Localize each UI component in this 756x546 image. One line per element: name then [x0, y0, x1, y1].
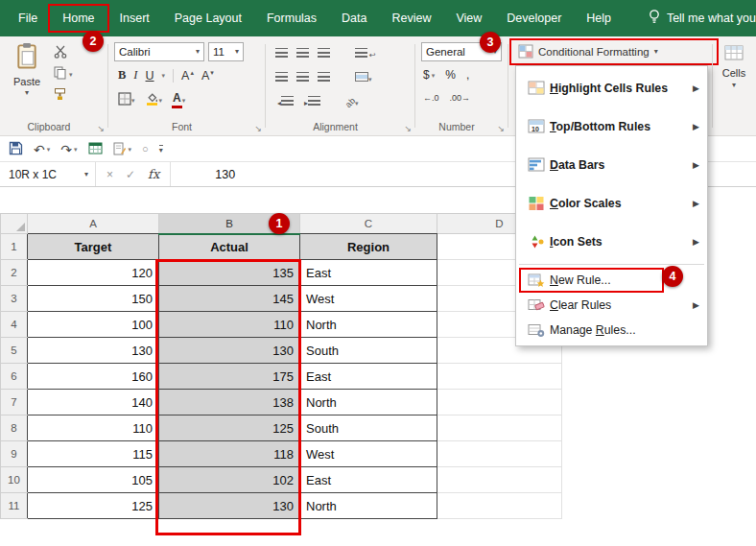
cell-A3[interactable]: 150 [28, 286, 159, 312]
cell-A10[interactable]: 105 [28, 467, 159, 493]
cell-B4[interactable]: 110 [159, 312, 300, 338]
tab-data[interactable]: Data [329, 0, 379, 36]
row-header-7[interactable]: 7 [1, 390, 28, 415]
sheet-edit-caret-icon[interactable]: ▾ [129, 146, 132, 153]
cell-B9[interactable]: 118 [159, 441, 300, 467]
orientation-button[interactable]: ab▾ [345, 92, 359, 109]
row-header-10[interactable]: 10 [1, 467, 28, 493]
font-size-select[interactable]: 11 ▾ [208, 42, 244, 61]
cell-B8[interactable]: 125 [159, 415, 300, 441]
font-color-caret-icon[interactable]: ▾ [182, 97, 186, 104]
cell-C11[interactable]: North [300, 493, 437, 519]
cell-C1[interactable]: Region [300, 234, 437, 260]
tab-developer[interactable]: Developer [494, 0, 574, 36]
menu-item-color-scales[interactable]: Color Scales▶ [516, 184, 707, 223]
align-right-button[interactable] [318, 68, 330, 85]
number-dialog-launcher-icon[interactable]: ↘ [497, 124, 505, 133]
cell-A5[interactable]: 130 [28, 338, 159, 364]
paste-button[interactable]: Paste ▾ [8, 42, 46, 97]
cell-B3[interactable]: 145 [159, 286, 300, 312]
align-left-button[interactable] [275, 68, 288, 85]
tab-file[interactable]: File [6, 0, 50, 36]
select-all-corner[interactable] [1, 214, 28, 234]
menu-item-clear-rules[interactable]: Clear Rules▶ [516, 293, 707, 318]
increase-font-size-button[interactable]: A▴ [181, 69, 194, 83]
fill-color-button[interactable]: ▾ [145, 91, 163, 109]
row-header-5[interactable]: 5 [1, 338, 28, 364]
cell-B2[interactable]: 135 [159, 260, 300, 286]
cell-D9[interactable] [437, 441, 562, 467]
cell-A2[interactable]: 120 [28, 260, 159, 286]
cell-C2[interactable]: East [300, 260, 437, 286]
comma-style-button[interactable]: , [466, 68, 469, 82]
cell-D10[interactable] [437, 467, 562, 493]
accounting-format-button[interactable]: $▾ [423, 68, 435, 82]
font-dialog-launcher-icon[interactable]: ↘ [254, 124, 262, 133]
copy-button[interactable]: ▾ [54, 67, 73, 82]
record-macro-button[interactable]: ○ [142, 144, 149, 154]
clipboard-dialog-launcher-icon[interactable]: ↘ [97, 124, 105, 133]
cell-D8[interactable] [437, 415, 562, 441]
menu-item-highlight-cells-rules[interactable]: Highlight Cells Rules▶ [516, 69, 707, 107]
undo-caret-icon[interactable]: ▾ [47, 146, 51, 153]
paste-dropdown-caret-icon[interactable]: ▾ [25, 89, 29, 97]
cell-D11[interactable] [437, 493, 562, 519]
tell-me-box[interactable]: Tell me what you [648, 9, 756, 28]
bold-button[interactable]: B [118, 68, 126, 83]
cell-A7[interactable]: 140 [28, 390, 159, 415]
underline-caret-icon[interactable]: ▾ [162, 72, 166, 79]
row-header-3[interactable]: 3 [1, 286, 28, 312]
cell-A9[interactable]: 115 [28, 441, 159, 467]
decrease-font-size-button[interactable]: A▾ [201, 69, 214, 83]
merge-center-button[interactable]: ▾ [355, 68, 372, 85]
cut-button[interactable] [54, 46, 73, 60]
sheet-edit-button[interactable]: ▾ [113, 142, 132, 157]
tab-insert[interactable]: Insert [107, 0, 162, 36]
cell-B1[interactable]: Actual [159, 234, 300, 260]
cell-A6[interactable]: 160 [28, 364, 159, 390]
tab-help[interactable]: Help [574, 0, 624, 36]
cell-B5[interactable]: 130 [159, 338, 300, 364]
font-color-button[interactable]: A▾ [172, 92, 185, 107]
menu-item-data-bars[interactable]: Data Bars▶ [516, 146, 707, 184]
increase-decimal-icon[interactable]: ←.0 [423, 93, 439, 103]
name-box[interactable]: 10R x 1C ▾ [0, 162, 96, 186]
cell-C3[interactable]: West [300, 286, 437, 312]
decrease-decimal-icon[interactable]: .00→ [450, 93, 471, 103]
cell-C7[interactable]: North [300, 390, 437, 415]
name-box-caret-icon[interactable]: ▾ [84, 171, 88, 178]
italic-button[interactable]: I [133, 68, 137, 83]
table-button[interactable] [88, 142, 103, 156]
row-header-1[interactable]: 1 [1, 234, 28, 260]
cell-B10[interactable]: 102 [159, 467, 300, 493]
menu-item-icon-sets[interactable]: Icon Sets▶ [516, 223, 707, 261]
tab-review[interactable]: Review [379, 0, 443, 36]
cell-B11[interactable]: 130 [159, 493, 300, 519]
undo-button[interactable]: ↶▾ [34, 143, 50, 156]
cell-C5[interactable]: South [300, 338, 437, 364]
tab-page-layout[interactable]: Page Layout [162, 0, 254, 36]
cell-B6[interactable]: 175 [159, 364, 300, 390]
align-center-button[interactable] [296, 68, 309, 85]
cell-D6[interactable] [437, 364, 562, 390]
tab-view[interactable]: View [443, 0, 494, 36]
fill-color-caret-icon[interactable]: ▾ [159, 97, 163, 104]
cell-C4[interactable]: North [300, 312, 437, 338]
insert-function-button[interactable]: fx [148, 167, 159, 181]
format-painter-button[interactable] [54, 88, 73, 103]
row-header-9[interactable]: 9 [1, 441, 28, 467]
cells-button[interactable]: Cells ▾ [714, 43, 754, 89]
column-header-A[interactable]: A [28, 214, 159, 234]
cell-A8[interactable]: 110 [28, 415, 159, 441]
row-header-2[interactable]: 2 [1, 260, 28, 286]
column-header-C[interactable]: C [300, 214, 437, 234]
save-button[interactable] [9, 141, 23, 157]
redo-caret-icon[interactable]: ▾ [74, 146, 78, 153]
conditional-formatting-button[interactable]: Conditional Formatting ▾ [512, 41, 716, 62]
align-top-button[interactable] [275, 44, 288, 61]
cell-A4[interactable]: 100 [28, 312, 159, 338]
cell-C10[interactable]: East [300, 467, 437, 493]
menu-item-manage-rules[interactable]: Manage Rules... [516, 318, 707, 343]
wrap-text-button[interactable]: ↩ [355, 44, 376, 61]
cell-C9[interactable]: West [300, 441, 437, 467]
